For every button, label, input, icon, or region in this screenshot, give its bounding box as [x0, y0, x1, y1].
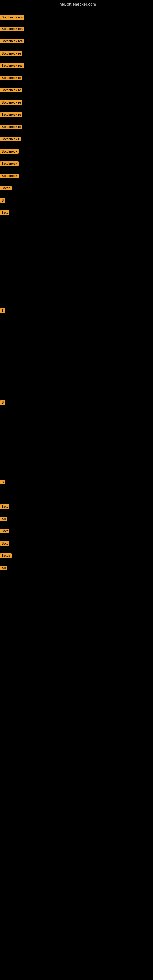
- badge-row-25: Bottle: [0, 553, 12, 558]
- bottleneck-badge-25[interactable]: Bottle: [0, 554, 12, 558]
- bottleneck-badge-18[interactable]: B: [0, 309, 5, 313]
- bottleneck-badge-9[interactable]: Bottleneck re: [0, 112, 22, 117]
- badge-row-22: Bo: [0, 516, 7, 522]
- bottleneck-badge-24[interactable]: Bott: [0, 541, 9, 546]
- badge-row-19: B: [0, 400, 5, 405]
- bottleneck-badge-14[interactable]: Bottleneck: [0, 173, 19, 178]
- bottleneck-badge-4[interactable]: Bottleneck re: [0, 51, 22, 56]
- badge-row-9: Bottleneck re: [0, 112, 22, 117]
- bottleneck-badge-2[interactable]: Bottleneck res: [0, 27, 24, 31]
- bottleneck-badge-6[interactable]: Bottleneck re: [0, 76, 22, 80]
- badge-row-21: Bott: [0, 504, 9, 509]
- bottleneck-badge-11[interactable]: Bottleneck r: [0, 137, 21, 142]
- badge-row-16: B: [0, 197, 5, 203]
- bottleneck-badge-15[interactable]: Bottle: [0, 186, 12, 191]
- badge-row-13: Bottleneck: [0, 161, 19, 166]
- site-title: TheBottlenecker.com: [0, 0, 153, 8]
- badge-row-11: Bottleneck r: [0, 136, 21, 142]
- badge-row-8: Bottleneck re: [0, 100, 22, 105]
- badge-row-20: B: [0, 479, 5, 485]
- badge-row-2: Bottleneck res: [0, 26, 24, 32]
- badge-row-4: Bottleneck re: [0, 51, 22, 56]
- badge-row-1: Bottleneck res: [0, 14, 24, 20]
- bottleneck-badge-17[interactable]: Bott: [0, 210, 9, 215]
- bottleneck-badge-12[interactable]: Bottleneck: [0, 149, 19, 154]
- badge-row-6: Bottleneck re: [0, 75, 22, 81]
- bottleneck-badge-1[interactable]: Bottleneck res: [0, 15, 24, 20]
- bottleneck-badge-7[interactable]: Bottleneck re: [0, 88, 22, 92]
- bottleneck-badge-21[interactable]: Bott: [0, 504, 9, 509]
- badge-row-7: Bottleneck re: [0, 87, 22, 93]
- badge-row-10: Bottleneck re: [0, 124, 22, 130]
- bottleneck-badge-23[interactable]: Bott: [0, 529, 9, 533]
- bottleneck-badge-20[interactable]: B: [0, 480, 5, 485]
- bottleneck-badge-26[interactable]: Bo: [0, 566, 7, 570]
- bottleneck-badge-16[interactable]: B: [0, 198, 5, 203]
- badge-row-17: Bott: [0, 210, 9, 215]
- badge-row-15: Bottle: [0, 185, 12, 191]
- badge-row-24: Bott: [0, 541, 9, 546]
- bottleneck-badge-22[interactable]: Bo: [0, 517, 7, 521]
- badge-row-26: Bo: [0, 565, 7, 571]
- bottleneck-badge-3[interactable]: Bottleneck res: [0, 39, 24, 43]
- badge-row-3: Bottleneck res: [0, 38, 24, 44]
- bottleneck-badge-5[interactable]: Bottleneck res: [0, 64, 24, 68]
- badge-row-12: Bottleneck: [0, 148, 19, 154]
- badge-row-5: Bottleneck res: [0, 63, 24, 68]
- badge-row-14: Bottleneck: [0, 173, 19, 178]
- badge-row-23: Bott: [0, 528, 9, 534]
- bottleneck-badge-19[interactable]: B: [0, 400, 5, 405]
- bottleneck-badge-13[interactable]: Bottleneck: [0, 161, 19, 166]
- bottleneck-badge-10[interactable]: Bottleneck re: [0, 125, 22, 129]
- bottleneck-badge-8[interactable]: Bottleneck re: [0, 100, 22, 105]
- badge-row-18: B: [0, 308, 5, 313]
